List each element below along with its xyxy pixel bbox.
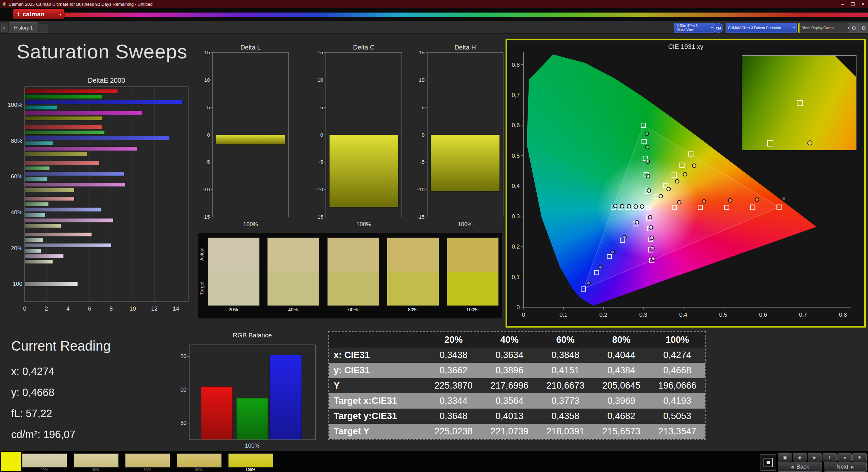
page-title: Saturation Sweeps bbox=[17, 40, 188, 63]
svg-text:12: 12 bbox=[151, 306, 158, 312]
history-expand-icon[interactable]: ▸ bbox=[1, 23, 7, 32]
stop-icon[interactable]: ■ bbox=[837, 453, 852, 461]
patch-label: 60% bbox=[125, 468, 170, 472]
inset-target-square bbox=[767, 140, 773, 146]
close-button[interactable]: ✕ bbox=[858, 0, 868, 8]
svg-text:10: 10 bbox=[130, 306, 136, 312]
display-control-button[interactable]: Direct Display Control ▾ bbox=[798, 23, 851, 33]
tab-bar: ▸ History 1 X-Rite i1Pro 3 Direct View ▾… bbox=[0, 21, 868, 34]
back-button[interactable]: ◀ Back bbox=[778, 462, 822, 472]
record-icon[interactable]: ◉ bbox=[793, 453, 807, 461]
workflow-gear-button[interactable]: ⚙ bbox=[859, 23, 868, 33]
deltae-bar bbox=[25, 254, 64, 258]
cie-measured-circle bbox=[677, 200, 681, 204]
target-swatch bbox=[387, 272, 439, 306]
table-row: Y225,3870217,6996210,6673205,0645196,066… bbox=[329, 378, 705, 393]
svg-text:120: 120 bbox=[180, 353, 186, 359]
cie-1931-panel: CIE 1931 xy 00,10,20,30,40,50,60,70,800,… bbox=[506, 39, 866, 328]
svg-text:0,8: 0,8 bbox=[839, 312, 847, 318]
next-button[interactable]: Next ▶ bbox=[824, 462, 867, 472]
table-cell: 0,3662 bbox=[426, 365, 481, 376]
deltae-bar bbox=[25, 105, 57, 110]
bottom-bar: 20%40%60%80%100% ▣◉▶‖■⚙ ◀ Back Next ▶ bbox=[0, 451, 868, 472]
maximize-button[interactable]: ❐ bbox=[848, 0, 858, 8]
patch-button-80%[interactable] bbox=[177, 453, 222, 468]
pause-icon[interactable]: ‖ bbox=[823, 453, 837, 461]
patch-button-20%[interactable] bbox=[22, 453, 67, 468]
svg-text:0,7: 0,7 bbox=[512, 92, 520, 98]
meter-selector-button[interactable]: X-Rite i1Pro 3 Direct View ▾ bbox=[674, 23, 715, 33]
svg-text:0,4: 0,4 bbox=[512, 183, 520, 189]
cie-measured-circle bbox=[645, 132, 649, 136]
cie-measured-circle bbox=[649, 225, 653, 229]
table-header-cell: 100% bbox=[649, 335, 705, 345]
swatch-column-label: 20% bbox=[208, 307, 259, 312]
table-header-cell: 80% bbox=[593, 335, 649, 345]
deltae-bar bbox=[25, 89, 118, 93]
svg-text:10: 10 bbox=[204, 77, 210, 83]
calman-menu-button[interactable]: ✳ calman ▾ bbox=[13, 9, 64, 19]
svg-text:-5: -5 bbox=[420, 159, 425, 165]
table-row: Target y:CIE310,36480,40130,43580,46820,… bbox=[329, 409, 705, 424]
reading-cdm2: cd/m²: 196,07 bbox=[11, 429, 76, 441]
cie-measured-circle bbox=[659, 194, 663, 198]
deltae-bar bbox=[25, 197, 75, 201]
next-arrow-icon: ▶ bbox=[851, 465, 854, 469]
svg-text:0,3: 0,3 bbox=[512, 213, 520, 220]
chevron-down-icon[interactable]: ▾ bbox=[56, 9, 64, 19]
app-icon bbox=[2, 2, 6, 6]
delta-h-chart: Delta H151050-5-10-15100% bbox=[416, 44, 507, 234]
svg-text:0,5: 0,5 bbox=[719, 312, 727, 318]
table-row-label: Target Y bbox=[329, 426, 426, 437]
svg-text:15: 15 bbox=[204, 50, 210, 55]
patch-label: 100% bbox=[228, 468, 273, 472]
patch-button-40%[interactable] bbox=[74, 453, 119, 468]
tab-stub[interactable] bbox=[39, 24, 47, 33]
deltae-bar bbox=[25, 218, 113, 222]
current-reading-title: Current Reading bbox=[11, 338, 111, 354]
rgb-bar-green bbox=[236, 398, 268, 440]
play-icon[interactable]: ▶ bbox=[808, 453, 822, 461]
svg-text:10: 10 bbox=[317, 77, 323, 83]
cie-measured-circle bbox=[646, 174, 650, 178]
title-bar: Calman 2025 Calman Ultimate for Business… bbox=[0, 0, 868, 8]
calman-star-icon: ✳ bbox=[16, 11, 21, 17]
pattern-generator-label: CalMAN Client 3 Pattern Generator bbox=[728, 26, 781, 30]
patch-button-60%[interactable] bbox=[125, 453, 170, 468]
settings-gear-button[interactable]: ⚙ bbox=[849, 23, 859, 33]
svg-text:15: 15 bbox=[317, 50, 323, 55]
window-title: Calman 2025 Calman Ultimate for Business… bbox=[8, 2, 153, 7]
cie-measured-circle bbox=[692, 164, 696, 168]
meter-count-badge[interactable]: 714 bbox=[713, 23, 723, 33]
patch-label: 20% bbox=[22, 468, 66, 472]
tab-history-1[interactable]: History 1 bbox=[9, 22, 38, 33]
deltae-bar bbox=[25, 243, 111, 248]
table-cell: 0,4358 bbox=[537, 411, 593, 421]
pattern-generator-button[interactable]: CalMAN Client 3 Pattern Generator ▾ bbox=[726, 23, 797, 33]
measurement-table: 20%40%60%80%100%x: CIE310,34380,36340,38… bbox=[328, 331, 706, 440]
svg-text:0,1: 0,1 bbox=[512, 274, 520, 280]
delta-c-chart: Delta C151050-5-10-15100% bbox=[314, 44, 406, 234]
patch-button-100%[interactable] bbox=[228, 453, 273, 468]
reading-x: x: 0,4274 bbox=[11, 366, 55, 378]
svg-text:0,6: 0,6 bbox=[512, 122, 520, 129]
screen-icon[interactable]: ▣ bbox=[778, 453, 792, 461]
table-cell: 0,4013 bbox=[481, 411, 537, 421]
deltae-bar bbox=[25, 125, 102, 129]
deltae-bar bbox=[25, 152, 87, 156]
table-cell: 213,3547 bbox=[649, 426, 705, 437]
svg-text:Delta H: Delta H bbox=[454, 44, 476, 51]
deltae-bar bbox=[25, 260, 53, 264]
pattern-window-button[interactable] bbox=[761, 454, 776, 471]
target-swatch bbox=[447, 272, 498, 306]
swatch-column-label: 60% bbox=[327, 307, 379, 312]
deltae-bar bbox=[25, 233, 92, 237]
table-row: Target Y225,0238221,0739218,0391215,6573… bbox=[329, 424, 705, 439]
current-patch-swatch bbox=[1, 452, 21, 471]
minimize-button[interactable]: – bbox=[837, 0, 848, 8]
svg-text:5: 5 bbox=[207, 104, 210, 110]
cie-measured-circle bbox=[647, 189, 651, 192]
settings-icon[interactable]: ⚙ bbox=[852, 453, 867, 461]
deltae-bar bbox=[25, 238, 43, 242]
calman-window: Calman 2025 Calman Ultimate for Business… bbox=[0, 0, 868, 472]
